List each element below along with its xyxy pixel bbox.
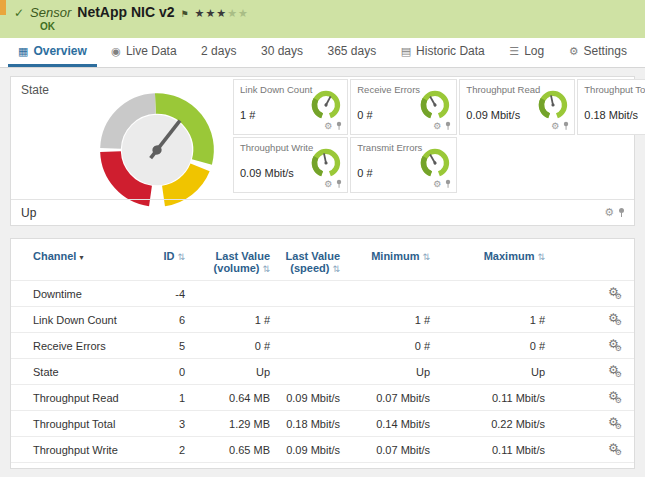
channel-id: 1 xyxy=(146,385,191,411)
tab-30-days[interactable]: 30 days xyxy=(251,38,313,67)
channel-settings-icon[interactable]: ⚙⚙ xyxy=(608,415,622,429)
pin-icon[interactable] xyxy=(562,121,570,131)
priority-stars-filled: ★★★ xyxy=(195,7,228,19)
tab-live-data[interactable]: ◉Live Data xyxy=(101,38,186,67)
channel-last-value-speed xyxy=(276,463,346,470)
gauge-value: 0 # xyxy=(357,167,372,179)
gear-icon[interactable]: ⚙ xyxy=(551,122,559,131)
channel-last-value-speed: 0.09 Mbit/s xyxy=(276,437,346,463)
channel-settings-icon[interactable]: ⚙⚙ xyxy=(608,467,622,469)
corner-status-flag xyxy=(0,0,6,15)
tab-log[interactable]: ☰Log xyxy=(499,38,554,67)
pin-icon[interactable] xyxy=(335,121,343,131)
col-header-minimum[interactable]: Minimum⇅ xyxy=(346,241,436,281)
col-header-id[interactable]: ID⇅ xyxy=(146,241,191,281)
flag-icon: ⚑ xyxy=(181,9,189,19)
tab-2-days[interactable]: 2 days xyxy=(191,38,246,67)
channel-name: Downtime xyxy=(11,281,146,307)
table-header-row: Channel▾ ID⇅ Last Value (volume)⇅ Last V… xyxy=(11,241,634,281)
pin-icon[interactable] xyxy=(444,179,452,189)
col-header-maximum[interactable]: Maximum⇅ xyxy=(436,241,551,281)
channel-table: Channel▾ ID⇅ Last Value (volume)⇅ Last V… xyxy=(11,241,634,469)
col-header-actions xyxy=(551,241,634,281)
tab-bar: ▦Overview◉Live Data2 days30 days365 days… xyxy=(0,38,645,68)
log-icon: ☰ xyxy=(509,45,519,58)
channel-minimum: 0.07 Mbit/s xyxy=(346,385,436,411)
channel-id: 4 xyxy=(146,463,191,470)
table-row: Receive Errors 5 0 # 0 # 0 # ⚙⚙ xyxy=(11,333,634,359)
pin-icon[interactable] xyxy=(335,179,343,189)
state-status-value: Up xyxy=(21,206,36,220)
mini-gauge xyxy=(310,89,342,121)
mini-gauge xyxy=(310,147,342,179)
state-status-row: Up ⚙ xyxy=(11,199,634,225)
channel-last-value-volume: 0.65 MB xyxy=(191,437,276,463)
state-gauge xyxy=(95,88,219,212)
tab-label: Log xyxy=(524,44,544,58)
channel-last-value-volume: 0.64 MB xyxy=(191,385,276,411)
channel-last-value-speed: 0.18 Mbit/s xyxy=(276,411,346,437)
channel-id: 0 xyxy=(146,359,191,385)
tab-label: 365 days xyxy=(327,44,376,58)
channel-maximum: 0.11 Mbit/s xyxy=(436,437,551,463)
channel-last-value-volume: 0 # xyxy=(191,463,276,470)
channel-name: Receive Errors xyxy=(11,333,146,359)
gauge-value: 0.18 Mbit/s xyxy=(584,109,638,121)
channel-settings-icon[interactable]: ⚙⚙ xyxy=(608,311,622,325)
table-row: State 0 Up Up Up ⚙⚙ xyxy=(11,359,634,385)
channel-last-value-speed xyxy=(276,281,346,307)
mini-gauge-needle xyxy=(324,96,332,108)
channel-settings-icon[interactable]: ⚙⚙ xyxy=(608,337,622,351)
mini-gauge xyxy=(419,89,451,121)
tab-historic-data[interactable]: ▤Historic Data xyxy=(391,38,495,67)
sort-icon: ⇅ xyxy=(177,252,185,262)
status-badge: OK xyxy=(40,21,635,32)
channel-settings-icon[interactable]: ⚙⚙ xyxy=(608,389,622,403)
gear-icon[interactable]: ⚙ xyxy=(433,122,441,131)
channel-maximum: 1 # xyxy=(436,307,551,333)
priority-stars[interactable]: ★★★★★ xyxy=(195,7,249,20)
priority-stars-empty: ★★ xyxy=(227,7,249,19)
sort-icon: ▾ xyxy=(79,253,83,262)
tab-label: Live Data xyxy=(126,44,177,58)
gauge-value: 1 # xyxy=(240,109,255,121)
channel-name: Throughput Write xyxy=(11,437,146,463)
pin-icon[interactable] xyxy=(617,207,626,218)
tab-365-days[interactable]: 365 days xyxy=(317,38,386,67)
channel-id: 2 xyxy=(146,437,191,463)
col-header-last-value-volume[interactable]: Last Value (volume)⇅ xyxy=(191,241,276,281)
col-header-channel[interactable]: Channel▾ xyxy=(11,241,146,281)
gear-icon[interactable]: ⚙ xyxy=(324,180,332,189)
tile-link-down-count: Link Down Count 1 # ⚙ xyxy=(233,79,348,135)
channel-settings-icon[interactable]: ⚙⚙ xyxy=(608,363,622,377)
gear-icon[interactable]: ⚙ xyxy=(433,180,441,189)
historic-data-icon: ▤ xyxy=(401,45,411,58)
channel-settings-icon[interactable]: ⚙⚙ xyxy=(608,441,622,455)
channel-minimum: 0.07 Mbit/s xyxy=(346,437,436,463)
tab-settings[interactable]: ⚙Settings xyxy=(559,38,637,67)
tile-throughput-total: Throughput Total 0.18 Mbit/s ⚙ xyxy=(577,79,645,135)
gear-icon[interactable]: ⚙ xyxy=(604,207,614,218)
pin-icon[interactable] xyxy=(444,121,452,131)
sort-icon: ⇅ xyxy=(537,252,545,262)
tab-label: 30 days xyxy=(261,44,303,58)
channel-id: 3 xyxy=(146,411,191,437)
overview-panel: State Link Down Count 1 # ⚙ xyxy=(0,68,645,469)
channel-last-value-volume: 1.29 MB xyxy=(191,411,276,437)
mini-gauge-needle xyxy=(429,154,437,165)
tab-overview[interactable]: ▦Overview xyxy=(8,38,97,67)
sort-icon: ⇅ xyxy=(332,264,340,274)
channel-maximum: 0.11 Mbit/s xyxy=(436,385,551,411)
channel-last-value-volume: 1 # xyxy=(191,307,276,333)
channel-settings-icon[interactable]: ⚙⚙ xyxy=(608,285,622,299)
sensor-header: ✓ Sensor NetApp NIC v2 ⚑ ★★★★★ OK xyxy=(0,0,645,38)
tile-transmit-errors: Transmit Errors 0 # ⚙ xyxy=(350,137,457,193)
tab-label: 2 days xyxy=(201,44,236,58)
settings-icon: ⚙ xyxy=(569,45,579,58)
channel-id: 6 xyxy=(146,307,191,333)
tab-label: Overview xyxy=(33,44,86,58)
gear-icon[interactable]: ⚙ xyxy=(324,122,332,131)
tile-throughput-write: Throughput Write 0.09 Mbit/s ⚙ xyxy=(233,137,348,193)
channel-id: -4 xyxy=(146,281,191,307)
col-header-last-value-speed[interactable]: Last Value (speed)⇅ xyxy=(276,241,346,281)
